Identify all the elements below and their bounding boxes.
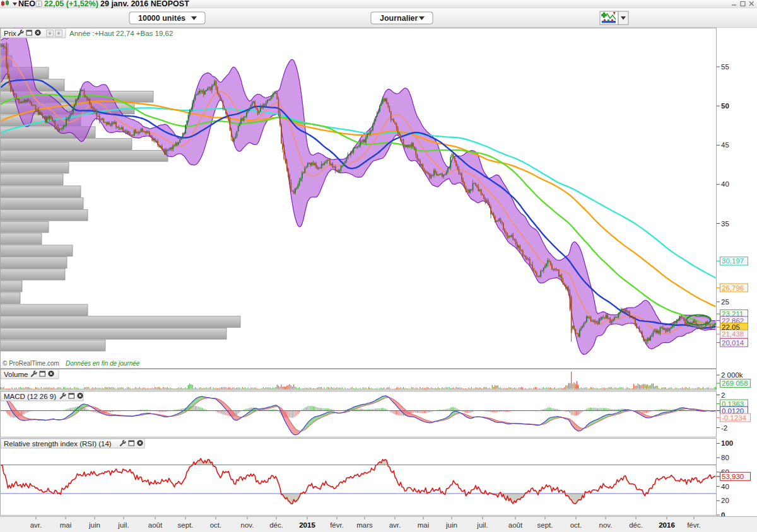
svg-text:MACD (12 26 9): MACD (12 26 9) (4, 393, 56, 400)
svg-text:Volume: Volume (4, 371, 28, 378)
svg-text:-0,1234: -0,1234 (722, 414, 747, 422)
svg-text:févr.: févr. (330, 521, 344, 529)
svg-text:-2: -2 (721, 424, 727, 432)
svg-text:53,930: 53,930 (722, 473, 744, 480)
svg-text:22,05 (+1,52%): 22,05 (+1,52%) (44, 0, 98, 8)
svg-text:30,197: 30,197 (722, 257, 744, 265)
svg-text:oct.: oct. (570, 521, 582, 529)
svg-text:Journalier: Journalier (380, 14, 418, 23)
svg-text:nov.: nov. (599, 521, 613, 529)
svg-text:40: 40 (721, 180, 729, 188)
svg-text:févr.: févr. (687, 521, 701, 529)
svg-text:80: 80 (721, 454, 729, 461)
svg-text:juin: juin (88, 521, 100, 529)
svg-text:sept.: sept. (178, 521, 194, 529)
svg-text:26,796: 26,796 (722, 284, 744, 292)
svg-text:août: août (148, 521, 163, 529)
svg-text:mars: mars (356, 521, 373, 529)
svg-text:juil.: juil. (117, 521, 129, 529)
svg-text:juin: juin (445, 521, 457, 529)
svg-text:mai: mai (418, 521, 430, 529)
svg-text:sept.: sept. (537, 521, 553, 529)
svg-text:août: août (508, 521, 523, 529)
svg-text:déc.: déc. (269, 521, 283, 529)
svg-text:20: 20 (721, 497, 729, 504)
svg-text:50: 50 (721, 102, 729, 110)
svg-text:29 janv. 2016 NEOPOST: 29 janv. 2016 NEOPOST (100, 0, 189, 8)
svg-text:avr.: avr. (30, 521, 42, 529)
svg-text:2 000k: 2 000k (721, 371, 743, 379)
svg-text:i: i (38, 1, 40, 7)
svg-text:Données en fin de journée: Données en fin de journée (66, 360, 140, 367)
svg-text:NEO: NEO (18, 0, 35, 8)
svg-text:100: 100 (721, 439, 733, 447)
svg-text:déc.: déc. (629, 521, 643, 529)
svg-text:55: 55 (721, 63, 729, 71)
svg-text:oct.: oct. (210, 521, 222, 529)
svg-text:juil.: juil. (476, 521, 488, 529)
svg-text:mai: mai (60, 521, 72, 529)
svg-text:20,014: 20,014 (722, 339, 744, 347)
svg-text:Relative strength index (RSI): Relative strength index (RSI) (14) (4, 440, 112, 448)
svg-text:45: 45 (721, 141, 729, 149)
svg-text:Année :+Haut 22,74 +Bas 19,62: Année :+Haut 22,74 +Bas 19,62 (69, 30, 173, 37)
svg-text:35: 35 (721, 220, 729, 228)
svg-text:2015: 2015 (299, 521, 315, 529)
svg-text:© ProRealTime.com: © ProRealTime.com (3, 360, 59, 367)
svg-text:Prix: Prix (4, 30, 16, 37)
svg-text:25: 25 (721, 298, 729, 306)
svg-text:40: 40 (721, 483, 729, 490)
svg-text:nov.: nov. (241, 521, 254, 529)
svg-text:269 058: 269 058 (722, 379, 748, 387)
svg-text:avr.: avr. (389, 521, 401, 529)
svg-text:2016: 2016 (659, 521, 675, 529)
svg-text:21,438: 21,438 (722, 330, 744, 338)
svg-text:10000 unités: 10000 unités (138, 14, 185, 23)
svg-text:2: 2 (721, 391, 725, 399)
